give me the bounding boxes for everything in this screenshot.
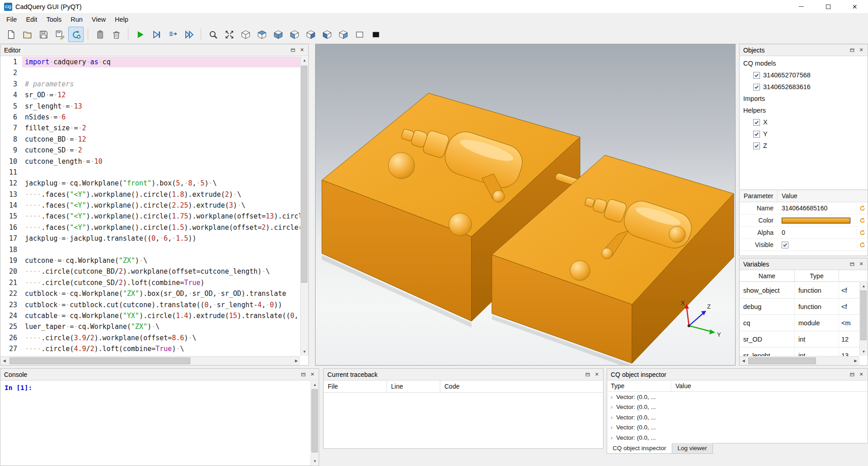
chevron-right-icon[interactable]: › (607, 394, 616, 400)
scrollbar-thumb[interactable] (311, 389, 318, 452)
checkbox[interactable] (753, 84, 760, 90)
wireframe-button[interactable] (352, 27, 367, 42)
code-line[interactable]: 6nSides·=·6 (0, 112, 300, 123)
open-file-button[interactable] (19, 27, 35, 42)
close-panel-icon[interactable]: ✕ (857, 260, 866, 269)
code-line[interactable]: 1import·cadquery·as·cq (0, 57, 300, 67)
close-panel-icon[interactable]: ✕ (592, 370, 601, 379)
code-line[interactable]: 11 (0, 167, 300, 178)
tree-item[interactable]: Y (740, 128, 868, 140)
tree-item[interactable]: 3140652707568 (740, 69, 868, 81)
checkbox[interactable] (753, 131, 760, 138)
variable-row[interactable]: sr_lenghtint13 (740, 347, 859, 356)
editor-code[interactable]: 1import·cadquery·as·cq23# parameters4sr_… (0, 57, 300, 356)
tab-log-viewer[interactable]: Log viewer (672, 443, 713, 454)
render-run-button[interactable] (132, 27, 148, 42)
tree-item[interactable]: X (740, 116, 868, 128)
scroll-left-icon[interactable]: ◀ (740, 357, 747, 365)
property-value[interactable]: 3140646685160 (778, 204, 857, 212)
tree-group[interactable]: CQ models (740, 57, 868, 69)
variables-vertical-scrollbar[interactable]: ▲ ▼ (859, 282, 868, 356)
tree-item[interactable]: 3140652683616 (740, 81, 868, 93)
new-file-button[interactable] (3, 27, 19, 42)
viewport-canvas[interactable]: X Z Y (316, 44, 736, 366)
variable-row[interactable]: cqmodule<m (740, 315, 859, 331)
minimize-button[interactable] (788, 0, 815, 13)
view-left-button[interactable] (319, 27, 335, 42)
view-back-button[interactable] (303, 27, 318, 42)
variable-row[interactable]: show_objectfunction<f (740, 282, 859, 299)
scrollbar-thumb[interactable] (301, 66, 307, 283)
tree-group[interactable]: Helpers (740, 105, 868, 116)
variable-row[interactable]: debugfunction<f (740, 299, 859, 315)
code-line[interactable]: 23cutblock·=·cutblock.cut(cutcone).trans… (0, 300, 300, 310)
float-panel-icon[interactable] (848, 260, 857, 269)
code-line[interactable]: 17jackplug·=·jackplug.translate((0,·6,·1… (0, 233, 300, 244)
code-line[interactable]: 7fillet_size·=·2 (0, 123, 300, 133)
menu-help[interactable]: Help (110, 16, 133, 23)
inspector-row[interactable]: ›Vector: (0.0, ... (607, 433, 868, 443)
tree-item[interactable]: Z (740, 140, 868, 152)
float-panel-icon[interactable] (299, 370, 308, 379)
checkbox[interactable] (782, 242, 788, 248)
console-body[interactable]: In [1]: (0, 381, 311, 466)
scrollbar-thumb[interactable] (860, 290, 867, 340)
save-as-button[interactable] (52, 27, 67, 42)
scroll-left-icon[interactable]: ◀ (0, 357, 8, 365)
maximize-button[interactable] (815, 0, 841, 13)
property-value[interactable]: 0 (778, 229, 857, 236)
code-line[interactable]: 16····.faces("<Y").workplane().circle(1.… (0, 222, 300, 233)
viewport-3d[interactable]: X Z Y (315, 44, 736, 366)
menu-run[interactable]: Run (66, 16, 87, 23)
color-swatch[interactable] (782, 218, 850, 223)
editor-vertical-scrollbar[interactable]: ▲ ▼ (300, 57, 308, 356)
close-button[interactable]: ✕ (841, 0, 868, 13)
checkbox[interactable] (753, 119, 760, 126)
debug-button[interactable] (149, 27, 164, 42)
scroll-down-icon[interactable]: ▼ (301, 348, 308, 356)
autoreload-button[interactable] (68, 27, 84, 42)
view-front-button[interactable] (287, 27, 302, 42)
scrollbar-thumb[interactable] (748, 357, 816, 364)
property-value[interactable] (778, 242, 857, 248)
code-line[interactable]: 5sr_lenght·=·13 (0, 101, 300, 112)
traceback-body[interactable] (324, 393, 603, 448)
reset-value-icon[interactable] (857, 242, 868, 248)
view-bottom-button[interactable] (270, 27, 286, 42)
code-line[interactable]: 22cutblock·=·cq.Workplane("ZX").box(sr_O… (0, 288, 300, 299)
menu-tools[interactable]: Tools (42, 16, 66, 23)
code-line[interactable]: 20····.circle(cutcone_BD/2).workplane(of… (0, 266, 300, 277)
delete-button[interactable] (108, 27, 124, 42)
float-panel-icon[interactable] (848, 370, 857, 379)
scrollbar-thumb[interactable] (9, 357, 190, 364)
reset-value-icon[interactable] (857, 229, 868, 236)
scroll-up-icon[interactable]: ▲ (311, 381, 319, 389)
scroll-down-icon[interactable]: ▼ (860, 348, 868, 356)
chevron-right-icon[interactable]: › (607, 404, 616, 410)
chevron-right-icon[interactable]: › (607, 434, 616, 441)
float-panel-icon[interactable] (848, 46, 857, 55)
tree-group[interactable]: Imports (740, 93, 868, 105)
code-line[interactable]: 8cutcone_BD·=·12 (0, 134, 300, 145)
code-line[interactable]: 15····.faces("<Y").workplane().circle(1.… (0, 211, 300, 222)
code-line[interactable]: 25luer_taper·=·cq.Workplane("ZX")·\ (0, 321, 300, 332)
view-top-button[interactable] (254, 27, 269, 42)
tab-cq-object-inspector[interactable]: CQ object inspector (607, 443, 672, 454)
paste-button[interactable] (92, 27, 108, 42)
code-line[interactable]: 2 (0, 67, 300, 78)
code-line[interactable]: 4sr_OD·=·12 (0, 90, 300, 100)
code-line[interactable]: 9cutcone_SD·=·2 (0, 145, 300, 156)
menu-file[interactable]: File (2, 16, 21, 23)
close-panel-icon[interactable]: ✕ (297, 46, 307, 55)
reset-value-icon[interactable] (857, 205, 868, 212)
code-line[interactable]: 19cutcone·=·cq.Workplane("ZX")·\ (0, 255, 300, 266)
float-panel-icon[interactable] (583, 370, 592, 379)
code-line[interactable]: 24cutcable·=·cq.Workplane("YX").circle(1… (0, 310, 300, 321)
close-panel-icon[interactable]: ✕ (857, 370, 866, 379)
scroll-down-icon[interactable]: ▼ (311, 457, 319, 465)
variables-horizontal-scrollbar[interactable]: ◀ ▶ (740, 356, 859, 365)
code-line[interactable]: 13····.faces("<Y").workplane().circle(1.… (0, 189, 300, 200)
code-line[interactable]: 10cutcone_length·=·10 (0, 156, 300, 167)
code-line[interactable]: 26····.circle(3.9/2).workplane(offset=8.… (0, 333, 300, 343)
scroll-up-icon[interactable]: ▲ (301, 57, 308, 64)
